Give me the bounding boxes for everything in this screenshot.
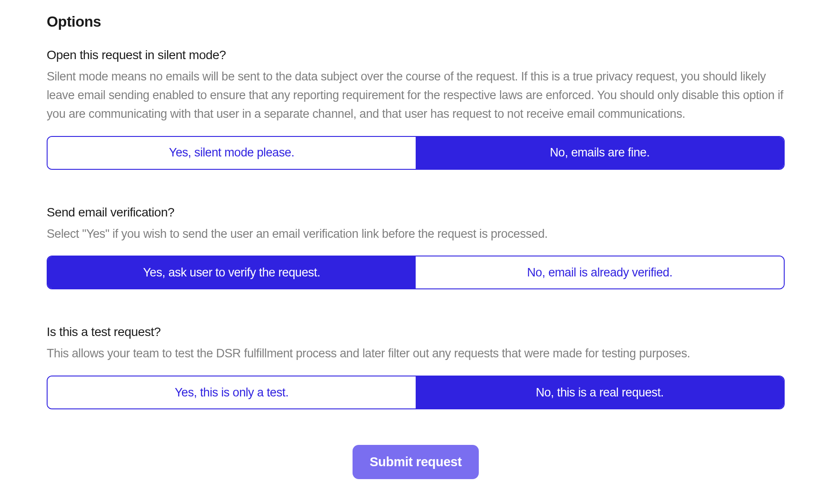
submit-request-button[interactable]: Submit request <box>353 445 478 479</box>
silent-mode-yes-button[interactable]: Yes, silent mode please. <box>48 137 416 169</box>
test-request-toggle: Yes, this is only a test. No, this is a … <box>47 376 785 409</box>
email-verification-question: Send email verification? <box>47 205 785 220</box>
test-request-question: Is this a test request? <box>47 325 785 339</box>
option-email-verification: Send email verification? Select "Yes" if… <box>47 205 785 290</box>
submit-row: Submit request <box>47 445 785 479</box>
email-verification-description: Select "Yes" if you wish to send the use… <box>47 225 785 244</box>
email-verification-no-button[interactable]: No, email is already verified. <box>416 256 784 288</box>
silent-mode-question: Open this request in silent mode? <box>47 48 785 62</box>
silent-mode-toggle: Yes, silent mode please. No, emails are … <box>47 136 785 170</box>
options-heading: Options <box>47 13 785 30</box>
silent-mode-no-button[interactable]: No, emails are fine. <box>416 137 784 169</box>
test-request-no-button[interactable]: No, this is a real request. <box>416 376 784 408</box>
option-test-request: Is this a test request? This allows your… <box>47 325 785 409</box>
email-verification-toggle: Yes, ask user to verify the request. No,… <box>47 256 785 289</box>
email-verification-yes-button[interactable]: Yes, ask user to verify the request. <box>48 256 416 288</box>
option-silent-mode: Open this request in silent mode? Silent… <box>47 48 785 170</box>
test-request-description: This allows your team to test the DSR fu… <box>47 344 785 363</box>
silent-mode-description: Silent mode means no emails will be sent… <box>47 68 785 124</box>
test-request-yes-button[interactable]: Yes, this is only a test. <box>48 376 416 408</box>
